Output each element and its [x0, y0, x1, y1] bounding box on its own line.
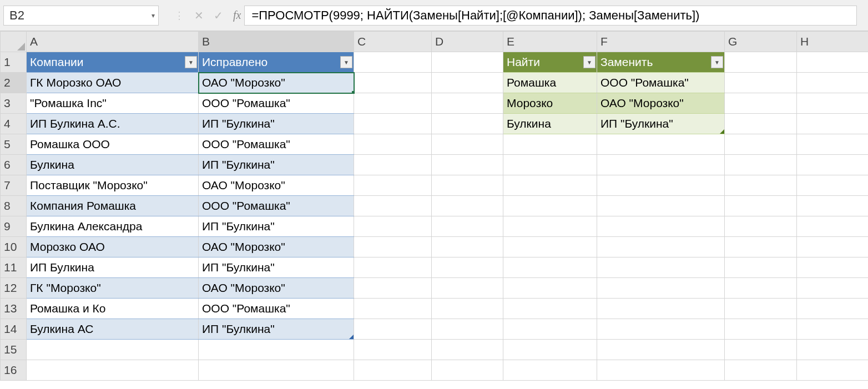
table1-header-companies[interactable]: Компании ▼: [27, 52, 199, 73]
cell[interactable]: [797, 340, 869, 360]
cell[interactable]: [725, 93, 797, 114]
cell[interactable]: [725, 196, 797, 216]
cell[interactable]: [725, 299, 797, 319]
cell-B10[interactable]: ОАО "Морозко": [199, 237, 354, 257]
row-header-9[interactable]: 9: [1, 216, 27, 237]
cell[interactable]: [354, 134, 432, 155]
cell[interactable]: [432, 155, 503, 175]
row-header-15[interactable]: 15: [1, 340, 27, 360]
col-header-H[interactable]: H: [797, 32, 869, 52]
cell[interactable]: [725, 237, 797, 257]
cell-A9[interactable]: Булкина Александра: [27, 216, 199, 237]
table1-header-fixed[interactable]: Исправлено ▼: [199, 52, 354, 73]
cell[interactable]: [354, 175, 432, 196]
row-header-11[interactable]: 11: [1, 257, 27, 278]
row-header-1[interactable]: 1: [1, 52, 27, 73]
cell[interactable]: [797, 114, 869, 134]
cell[interactable]: [597, 216, 725, 237]
row-header-7[interactable]: 7: [1, 175, 27, 196]
cell[interactable]: [432, 216, 503, 237]
cell[interactable]: [354, 278, 432, 299]
cell[interactable]: [597, 340, 725, 360]
cell[interactable]: [797, 134, 869, 155]
cell[interactable]: [354, 52, 432, 73]
cell[interactable]: [597, 155, 725, 175]
cell[interactable]: [354, 155, 432, 175]
accept-formula-icon[interactable]: ✓: [214, 9, 223, 22]
row-header-10[interactable]: 10: [1, 237, 27, 257]
cell[interactable]: [503, 278, 597, 299]
cell[interactable]: [432, 196, 503, 216]
filter-button-icon[interactable]: ▼: [583, 56, 596, 68]
cell[interactable]: [797, 175, 869, 196]
formula-input[interactable]: =ПРОСМОТР(9999; НАЙТИ(Замены[Найти];[@Ко…: [244, 6, 857, 26]
row-header-14[interactable]: 14: [1, 319, 27, 340]
cell[interactable]: [797, 52, 869, 73]
cell-B14[interactable]: ИП "Булкина": [199, 319, 354, 340]
cell[interactable]: [432, 134, 503, 155]
col-header-A[interactable]: A: [27, 32, 199, 52]
cell[interactable]: [725, 216, 797, 237]
row-header-2[interactable]: 2: [1, 73, 27, 93]
cell[interactable]: [354, 93, 432, 114]
row-header-6[interactable]: 6: [1, 155, 27, 175]
cell[interactable]: [597, 319, 725, 340]
cell[interactable]: [597, 257, 725, 278]
cell[interactable]: [432, 237, 503, 257]
cell[interactable]: [797, 196, 869, 216]
cell[interactable]: [797, 278, 869, 299]
cell[interactable]: [797, 257, 869, 278]
cell-B12[interactable]: ОАО "Морозко": [199, 278, 354, 299]
cancel-formula-icon[interactable]: ✕: [194, 9, 204, 22]
cell[interactable]: [354, 360, 432, 381]
row-header-4[interactable]: 4: [1, 114, 27, 134]
cell[interactable]: [503, 196, 597, 216]
cell[interactable]: [432, 360, 503, 381]
cell[interactable]: [354, 340, 432, 360]
cell[interactable]: [597, 237, 725, 257]
cell[interactable]: [432, 114, 503, 134]
cell[interactable]: [725, 175, 797, 196]
cell[interactable]: [354, 196, 432, 216]
cell-A2[interactable]: ГК Морозко ОАО: [27, 73, 199, 93]
cell[interactable]: [432, 73, 503, 93]
cell-B6[interactable]: ИП "Булкина": [199, 155, 354, 175]
cell[interactable]: [725, 360, 797, 381]
cell-A7[interactable]: Поставщик "Морозко": [27, 175, 199, 196]
row-header-3[interactable]: 3: [1, 93, 27, 114]
col-header-E[interactable]: E: [503, 32, 597, 52]
row-header-16[interactable]: 16: [1, 360, 27, 381]
table2-header-find[interactable]: Найти ▼: [503, 52, 597, 73]
cell-A11[interactable]: ИП Булкина: [27, 257, 199, 278]
cell[interactable]: [432, 340, 503, 360]
cell[interactable]: [797, 93, 869, 114]
cell[interactable]: [27, 360, 199, 381]
cell-F2[interactable]: ООО "Ромашка": [597, 73, 725, 93]
cell-A8[interactable]: Компания Ромашка: [27, 196, 199, 216]
cell[interactable]: [354, 73, 432, 93]
cell-B7[interactable]: ОАО "Морозко": [199, 175, 354, 196]
cell[interactable]: [354, 319, 432, 340]
name-box-dropdown-icon[interactable]: ▾: [152, 12, 155, 19]
cell[interactable]: [432, 175, 503, 196]
filter-button-icon[interactable]: ▼: [185, 56, 197, 68]
cell[interactable]: [27, 340, 199, 360]
cell[interactable]: [725, 278, 797, 299]
cell-E4[interactable]: Булкина: [503, 114, 597, 134]
cell[interactable]: [725, 52, 797, 73]
cell[interactable]: [797, 155, 869, 175]
cell[interactable]: [725, 340, 797, 360]
cell[interactable]: [725, 134, 797, 155]
cell-B5[interactable]: ООО "Ромашка": [199, 134, 354, 155]
col-header-B[interactable]: B: [199, 32, 354, 52]
col-header-D[interactable]: D: [432, 32, 503, 52]
cell[interactable]: [503, 237, 597, 257]
cell-E2[interactable]: Ромашка: [503, 73, 597, 93]
cell[interactable]: [725, 319, 797, 340]
filter-button-icon[interactable]: ▼: [711, 56, 723, 68]
cell[interactable]: [354, 237, 432, 257]
cell[interactable]: [503, 360, 597, 381]
cell-B4[interactable]: ИП "Булкина": [199, 114, 354, 134]
cell[interactable]: [354, 216, 432, 237]
cell[interactable]: [797, 237, 869, 257]
